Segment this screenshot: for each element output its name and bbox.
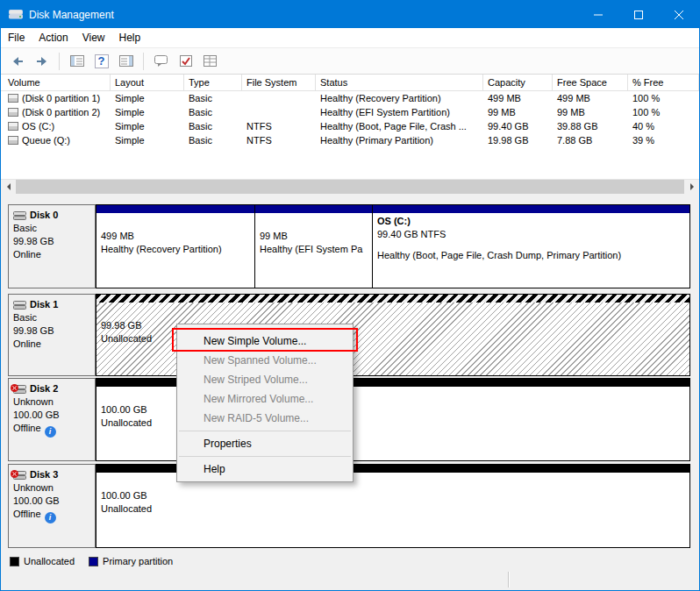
cell-type: Basic [184, 91, 242, 105]
table-row[interactable]: Queue (Q:) Simple Basic NTFS Healthy (Pr… [1, 133, 699, 147]
disk0-info-panel[interactable]: Disk 0 Basic 99.98 GB Online [8, 204, 96, 288]
cell-capacity: 19.98 GB [483, 133, 553, 147]
cell-layout: Simple [111, 105, 184, 119]
disk1-size: 99.98 GB [13, 324, 90, 338]
menu-new-raid5-volume: New RAID-5 Volume... [177, 409, 353, 428]
disk2-status: Offline [13, 423, 41, 433]
disk0-kind: Basic [13, 222, 90, 235]
toolbar: ? [1, 47, 699, 75]
menu-properties[interactable]: Properties [177, 434, 353, 453]
table-row[interactable]: (Disk 0 partition 1) Simple Basic Health… [1, 91, 699, 105]
menu-help[interactable]: Help [177, 459, 353, 479]
scrollbar-thumb[interactable] [16, 180, 684, 194]
menu-view[interactable]: View [75, 28, 112, 47]
menu-bar: File Action View Help [1, 28, 699, 47]
col-filesystem[interactable]: File System [242, 75, 316, 90]
cell-volume: (Disk 0 partition 2) [22, 105, 100, 119]
disk1-info-panel[interactable]: Disk 1 Basic 99.98 GB Online [8, 294, 96, 376]
back-icon[interactable] [6, 51, 28, 72]
toolbar-separator [143, 53, 144, 70]
disk3-kind: Unknown [13, 481, 90, 495]
col-type[interactable]: Type [184, 75, 242, 90]
partition-size: 499 MB [101, 230, 250, 243]
disk0-body: 499 MB Healthy (Recovery Partition) 99 M… [96, 204, 690, 288]
console-tree-icon[interactable] [66, 51, 88, 72]
disk0-partition2[interactable]: 99 MB Healthy (EFI System Pa [254, 204, 373, 288]
cell-type: Basic [184, 105, 242, 119]
cell-status: Healthy (EFI System Partition) [316, 105, 483, 119]
action-pane-icon[interactable] [115, 51, 137, 72]
disk0-row: Disk 0 Basic 99.98 GB Online 499 MB Heal… [8, 204, 690, 288]
primary-partition-strip [373, 205, 689, 213]
col-volume[interactable]: Volume [1, 75, 111, 90]
scroll-left-icon[interactable] [1, 180, 16, 194]
cell-type: Basic [184, 119, 242, 133]
scroll-right-icon[interactable] [684, 180, 699, 194]
menu-separator [179, 431, 351, 431]
partition-status: Healthy (EFI System Pa [260, 243, 368, 256]
close-button[interactable] [659, 1, 699, 28]
table-row[interactable]: OS (C:) Simple Basic NTFS Healthy (Boot,… [1, 119, 699, 133]
window-title: Disk Management [29, 9, 578, 21]
unallocated-strip [96, 295, 689, 303]
disk0-partition3[interactable]: OS (C:) 99.40 GB NTFS Healthy (Boot, Pag… [372, 204, 690, 288]
help-icon[interactable]: ? [90, 51, 112, 72]
disk3-info-panel[interactable]: Disk 3 Unknown 100.00 GB Offlinei [8, 464, 96, 548]
toolbar-separator [59, 53, 60, 70]
volume-list-icon[interactable] [199, 51, 221, 72]
cell-percentfree: 40 % [628, 119, 699, 133]
properties-bubble-icon[interactable] [150, 51, 172, 72]
col-layout[interactable]: Layout [111, 75, 184, 90]
menu-help[interactable]: Help [112, 28, 148, 47]
check-disk-icon[interactable] [175, 51, 196, 72]
cell-freespace: 39.88 GB [553, 119, 628, 133]
volume-list-pane: Volume Layout Type File System Status Ca… [1, 75, 699, 179]
col-status[interactable]: Status [316, 75, 483, 90]
col-freespace[interactable]: Free Space [553, 75, 628, 90]
menu-new-striped-volume: New Striped Volume... [177, 370, 353, 389]
title-bar[interactable]: Disk Management [1, 1, 699, 28]
menu-action[interactable]: Action [32, 28, 75, 47]
disk0-partition1[interactable]: 499 MB Healthy (Recovery Partition) [96, 204, 255, 288]
disk-error-icon [13, 470, 26, 481]
disk0-status: Online [13, 248, 90, 261]
disk1-label: Disk 1 [30, 298, 58, 311]
disk0-size: 99.98 GB [13, 235, 90, 248]
legend-bar: Unallocated Primary partition [1, 553, 699, 569]
cell-filesystem [242, 91, 316, 105]
cell-percentfree: 100 % [628, 105, 699, 119]
primary-partition-color-swatch [89, 557, 98, 566]
disk3-size: 100.00 GB [13, 495, 90, 508]
cell-freespace: 7.88 GB [553, 133, 628, 147]
cell-layout: Simple [111, 133, 184, 147]
partition-name: OS (C:) [377, 215, 685, 228]
col-capacity[interactable]: Capacity [483, 75, 553, 90]
disk-management-window: Disk Management File Action View Help [0, 0, 700, 591]
partition-status: Healthy (Boot, Page File, Crash Dump, Pr… [377, 249, 685, 262]
partition-size: 99.40 GB NTFS [377, 228, 685, 241]
volume-icon [8, 94, 18, 103]
minimize-button[interactable] [578, 1, 618, 28]
cell-capacity: 99 MB [483, 105, 553, 119]
table-row[interactable]: (Disk 0 partition 2) Simple Basic Health… [1, 105, 699, 119]
disk0-label: Disk 0 [30, 209, 58, 222]
disk1-status: Online [13, 338, 90, 351]
disk2-info-panel[interactable]: Disk 2 Unknown 100.00 GB Offlinei [8, 378, 96, 461]
volume-icon [8, 122, 18, 131]
disk3-label: Disk 3 [30, 468, 58, 481]
disk2-kind: Unknown [13, 395, 90, 409]
menu-separator [179, 456, 351, 457]
col-percentfree[interactable]: % Free [628, 75, 699, 90]
cell-volume: (Disk 0 partition 1) [22, 91, 100, 105]
primary-partition-strip [255, 205, 372, 213]
info-icon[interactable]: i [45, 512, 56, 523]
cell-filesystem: NTFS [242, 133, 316, 147]
status-bar [1, 569, 699, 590]
menu-file[interactable]: File [1, 28, 32, 47]
info-icon[interactable]: i [45, 426, 56, 438]
disk3-status: Offline [13, 509, 41, 519]
maximize-button[interactable] [618, 1, 659, 28]
forward-icon[interactable] [31, 51, 53, 72]
horizontal-scrollbar[interactable] [1, 179, 699, 194]
menu-new-simple-volume[interactable]: New Simple Volume... [177, 331, 353, 351]
